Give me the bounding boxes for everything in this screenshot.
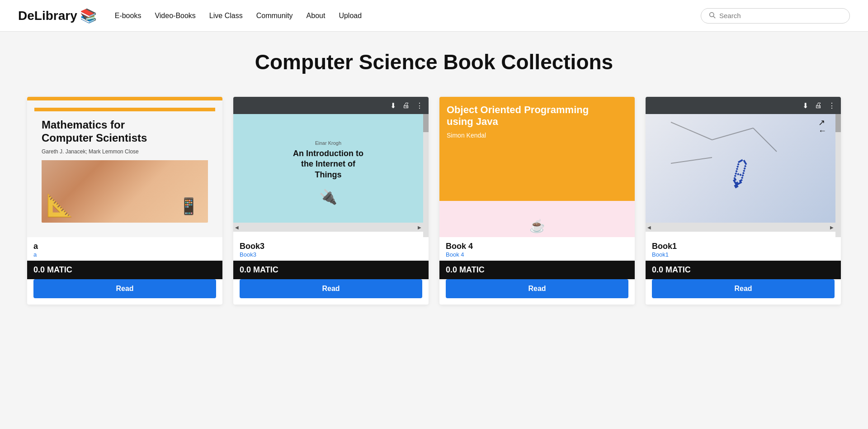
- iot-circuit-icon: 🔌: [319, 188, 337, 205]
- download-icon-1[interactable]: ⬇: [802, 101, 808, 110]
- book-name-4: Book 4: [446, 242, 628, 251]
- book-preview-1: ⬇ 🖨 ⋮ 🖊 ↗←: [646, 97, 841, 237]
- scroll-right-icon-1[interactable]: ▶: [830, 225, 834, 230]
- arrow-lines: ↗←: [818, 119, 826, 135]
- scrollbar-right-1[interactable]: [835, 114, 841, 237]
- card-price-1: 0.0 MATIC: [646, 261, 841, 279]
- price-a: 0.0 MATIC: [33, 265, 72, 275]
- card-info-4: Book 4 Book 4: [439, 237, 635, 261]
- book-image-a: [42, 160, 208, 223]
- nav-item-video-books[interactable]: Video-Books: [155, 12, 195, 20]
- svg-line-1: [713, 16, 715, 18]
- page-title: Computer Science Book Collections: [27, 50, 841, 74]
- nav: E-books Video-Books Live Class Community…: [115, 12, 683, 20]
- svg-line-4: [753, 128, 777, 152]
- oop-bottom-icon: ☕: [529, 219, 545, 234]
- book-card-4: Object Oriented Programmingusing Java Si…: [439, 97, 635, 305]
- svg-line-3: [712, 128, 753, 140]
- pdf-nav-bar-1: ◀ ▶: [646, 223, 835, 232]
- nav-item-live-class[interactable]: Live Class: [209, 12, 243, 20]
- book-subtitle-1: Book1: [652, 251, 835, 258]
- iot-cover: Einar Krogh An Introduction tothe Intern…: [233, 114, 423, 232]
- pdf-content-1: 🖊 ↗←: [646, 114, 841, 237]
- search-box: [701, 8, 850, 24]
- oop-title: Object Oriented Programmingusing Java: [447, 104, 627, 128]
- scrollbar-thumb-1: [835, 114, 841, 132]
- logo-icon: 📚: [80, 8, 97, 24]
- search-icon: [708, 11, 716, 20]
- book-subtitle-3: Book3: [240, 251, 422, 258]
- pdf-toolbar-1: ⬇ 🖨 ⋮: [646, 97, 841, 114]
- oop-author: Simon Kendal: [447, 132, 627, 139]
- logo[interactable]: DeLibrary 📚: [18, 8, 97, 24]
- book-preview-title-a: Mathematics forComputer Scientists: [42, 119, 208, 145]
- nav-item-upload[interactable]: Upload: [339, 12, 362, 20]
- read-button-1[interactable]: Read: [652, 279, 835, 298]
- book-card-1: ⬇ 🖨 ⋮ 🖊 ↗←: [646, 97, 841, 305]
- scroll-left-icon-3[interactable]: ◀: [235, 225, 239, 230]
- book-name-a: a: [33, 242, 216, 251]
- nav-item-community[interactable]: Community: [256, 12, 293, 20]
- card-price-4: 0.0 MATIC: [439, 261, 635, 279]
- print-icon-1[interactable]: 🖨: [815, 101, 822, 110]
- nav-item-ebooks[interactable]: E-books: [115, 12, 142, 20]
- scroll-right-icon-3[interactable]: ▶: [418, 225, 421, 230]
- logo-text: DeLibrary: [18, 9, 77, 23]
- card-price-a: 0.0 MATIC: [27, 261, 222, 279]
- scroll-left-icon-1[interactable]: ◀: [647, 225, 651, 230]
- diagram-lines: [648, 116, 800, 175]
- print-icon-3[interactable]: 🖨: [402, 101, 410, 110]
- svg-line-2: [671, 122, 712, 140]
- card-info-1: Book1 Book1: [646, 237, 841, 261]
- header: DeLibrary 📚 E-books Video-Books Live Cla…: [0, 0, 868, 32]
- book-subtitle-4: Book 4: [446, 251, 628, 258]
- oop-bottom: ☕: [439, 201, 635, 237]
- more-icon-3[interactable]: ⋮: [416, 101, 423, 110]
- book-preview-author-a: Gareth J. Janacek; Mark Lemmon Close: [42, 148, 208, 155]
- price-1: 0.0 MATIC: [652, 265, 691, 275]
- card-price-3: 0.0 MATIC: [233, 261, 429, 279]
- download-icon-3[interactable]: ⬇: [390, 101, 396, 110]
- price-3: 0.0 MATIC: [240, 265, 278, 275]
- iot-title: An Introduction tothe Internet ofThings: [293, 148, 363, 180]
- pdf-content-3: Einar Krogh An Introduction tothe Intern…: [233, 114, 429, 237]
- price-4: 0.0 MATIC: [446, 265, 485, 275]
- scrollbar-right-3[interactable]: [423, 114, 429, 237]
- book-name-1: Book1: [652, 242, 835, 251]
- nav-item-about[interactable]: About: [307, 12, 326, 20]
- card-info-3: Book3 Book3: [233, 237, 429, 261]
- books-grid: Mathematics forComputer Scientists Garet…: [27, 97, 841, 305]
- book-subtitle-a: a: [33, 251, 216, 258]
- book-name-3: Book3: [240, 242, 422, 251]
- more-icon-1[interactable]: ⋮: [828, 101, 835, 110]
- card-info-a: a a: [27, 237, 222, 261]
- iot-author: Einar Krogh: [315, 140, 341, 146]
- scrollbar-thumb-3: [423, 114, 429, 132]
- book-preview-a: Mathematics forComputer Scientists Garet…: [27, 97, 222, 237]
- math-book-cover: [42, 160, 208, 223]
- read-button-4[interactable]: Read: [446, 279, 628, 298]
- book-card-3: ⬇ 🖨 ⋮ Einar Krogh An Introduction tothe …: [233, 97, 429, 305]
- book-card-a: Mathematics forComputer Scientists Garet…: [27, 97, 222, 305]
- main-content: Computer Science Book Collections Mathem…: [0, 32, 868, 323]
- book1-cover: 🖊 ↗←: [646, 114, 835, 232]
- pdf-toolbar-3: ⬇ 🖨 ⋮: [233, 97, 429, 114]
- svg-line-5: [671, 157, 712, 163]
- book-preview-4: Object Oriented Programmingusing Java Si…: [439, 97, 635, 237]
- search-input[interactable]: [719, 12, 842, 19]
- oop-cover: Object Oriented Programmingusing Java Si…: [439, 97, 635, 201]
- book-preview-3: ⬇ 🖨 ⋮ Einar Krogh An Introduction tothe …: [233, 97, 429, 237]
- read-button-3[interactable]: Read: [240, 279, 422, 298]
- read-button-a[interactable]: Read: [33, 279, 216, 298]
- pdf-nav-bar-3: ◀ ▶: [233, 223, 423, 232]
